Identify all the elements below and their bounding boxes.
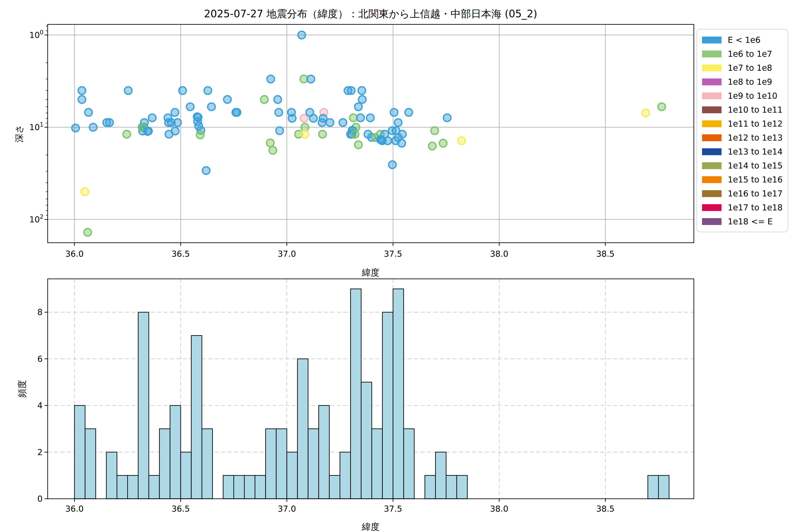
legend-swatch: [702, 120, 722, 127]
x-tick-label: 37.5: [384, 249, 402, 259]
histogram-bar: [308, 429, 319, 499]
scatter-point: [208, 103, 215, 111]
legend-item: 1e12 to 1e13: [697, 131, 787, 145]
legend-item: 1e7 to 1e8: [697, 61, 787, 75]
scatter-point: [391, 109, 398, 116]
histogram-bar: [85, 429, 96, 499]
legend-swatch: [702, 78, 722, 86]
y-tick-label: 8: [37, 307, 42, 317]
bottom-chart-xlabel: 緯度: [362, 521, 380, 532]
top-chart-ticks: 36.036.537.037.538.038.5100101102: [29, 26, 614, 259]
legend-item: 1e18 <= E: [697, 214, 787, 229]
scatter-point: [266, 139, 274, 147]
scatter-point: [224, 96, 231, 103]
histogram-bar: [372, 429, 382, 499]
legend-item: 1e14 to 1e15: [697, 159, 787, 173]
scatter-point: [72, 125, 79, 132]
scatter-point: [439, 139, 447, 147]
scatter-point: [429, 142, 436, 150]
x-tick-label: 36.5: [172, 249, 190, 259]
scatter-point: [431, 127, 438, 135]
scatter-point: [171, 109, 179, 116]
legend-item: 1e11 to 1e12: [697, 117, 787, 131]
scatter-point: [233, 109, 241, 116]
histogram-bar: [319, 405, 329, 499]
legend-item: 1e9 to 1e10: [697, 89, 787, 103]
histogram-bar: [425, 475, 436, 499]
scatter-point: [275, 109, 283, 116]
legend-item-label: 1e6 to 1e7: [728, 49, 772, 59]
scatter-point: [78, 96, 86, 103]
legend-item-label: 1e7 to 1e8: [728, 63, 772, 73]
y-tick-label: 4: [37, 401, 42, 410]
legend-item-label: 1e18 <= E: [728, 217, 773, 226]
scatter-point: [171, 127, 179, 135]
scatter-point: [405, 109, 413, 116]
histogram-bar: [329, 475, 340, 499]
legend-swatch: [702, 37, 722, 43]
bottom-chart-ylabel: 頻度: [17, 380, 27, 398]
legend-item-label: 1e9 to 1e10: [728, 91, 777, 101]
scatter-point: [276, 127, 283, 135]
histogram-bar: [244, 475, 255, 499]
legend-swatch: [702, 190, 722, 197]
scatter-point: [179, 87, 186, 94]
histogram-bar: [266, 429, 276, 499]
histogram-bar: [223, 475, 234, 499]
y-tick-label: 0: [37, 494, 42, 504]
legend-swatch: [702, 162, 722, 169]
histogram-bar: [648, 475, 659, 499]
scatter-point: [89, 124, 97, 131]
scatter-point: [326, 119, 334, 126]
scatter-point: [149, 114, 156, 121]
legend-item: 1e13 to 1e14: [697, 145, 787, 159]
legend-item: 1e8 to 1e9: [697, 75, 787, 89]
scatter-point: [204, 87, 212, 94]
scatter-point: [269, 147, 277, 154]
legend-item: 1e15 to 1e16: [697, 173, 787, 187]
histogram-bar: [234, 475, 245, 499]
legend-item: 1e16 to 1e17: [697, 187, 787, 201]
scatter-point: [288, 115, 296, 122]
x-tick-label: 38.0: [490, 249, 508, 259]
scatter-point: [78, 87, 86, 94]
histogram-bar: [350, 289, 361, 499]
histogram-bar: [393, 289, 404, 499]
scatter-point: [367, 114, 374, 121]
legend-swatch: [702, 218, 722, 225]
scatter-point: [196, 131, 204, 138]
legend-swatch: [702, 64, 722, 71]
histogram-bars: [75, 289, 669, 499]
x-tick-label: 37.0: [278, 504, 296, 514]
histogram-bar: [107, 452, 117, 499]
histogram-bar: [287, 452, 298, 499]
legend-swatch: [702, 107, 722, 113]
histogram-bar: [170, 405, 180, 499]
scatter-point: [398, 139, 405, 147]
scatter-point: [394, 119, 402, 126]
y-tick-label: 101: [29, 121, 43, 132]
legend-item-label: 1e12 to 1e13: [728, 133, 782, 142]
histogram-bar: [255, 475, 266, 499]
top-chart-xlabel: 緯度: [362, 267, 380, 278]
scatter-point: [355, 103, 362, 111]
legend-item-label: 1e8 to 1e9: [728, 77, 772, 87]
legend-item-label: 1e17 to 1e18: [728, 203, 782, 212]
scatter-point: [202, 167, 210, 174]
scatter-point: [349, 114, 357, 121]
legend-swatch: [702, 148, 722, 155]
x-tick-label: 38.5: [596, 504, 614, 514]
histogram-bar: [191, 336, 202, 499]
scatter-point: [300, 115, 308, 122]
legend-swatch: [702, 92, 722, 99]
scatter-point: [319, 130, 326, 138]
x-tick-label: 37.0: [278, 249, 296, 259]
x-tick-label: 36.5: [172, 504, 190, 514]
histogram-bar: [75, 405, 85, 499]
histogram-bar: [138, 312, 149, 499]
histogram-bar: [659, 475, 669, 499]
scatter-point: [388, 161, 396, 169]
histogram-bar: [436, 452, 446, 499]
legend-swatch: [702, 204, 722, 211]
legend-swatch: [702, 176, 722, 183]
